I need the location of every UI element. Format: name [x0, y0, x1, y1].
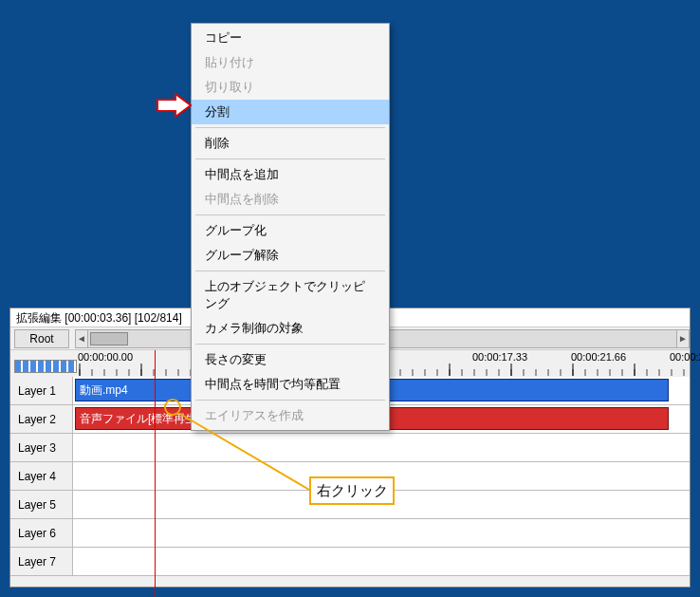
- right-click-callout: 右クリック: [309, 476, 395, 505]
- menu-item[interactable]: グループ化: [192, 218, 389, 243]
- layer-label[interactable]: Layer 7: [10, 548, 73, 575]
- menu-item[interactable]: コピー: [192, 26, 389, 50]
- layer-row: Layer 7: [10, 548, 690, 576]
- menu-item[interactable]: グループ解除: [192, 243, 389, 268]
- menu-item[interactable]: 中間点を時間で均等配置: [192, 372, 389, 397]
- layer-row: Layer 3: [10, 434, 690, 462]
- menu-separator: [195, 127, 385, 128]
- circle-annotation: [164, 399, 181, 416]
- layer-label[interactable]: Layer 1: [10, 377, 73, 404]
- playhead[interactable]: [155, 350, 156, 597]
- layer-label[interactable]: Layer 4: [10, 462, 73, 490]
- menu-item[interactable]: 上のオブジェクトでクリッピング: [192, 274, 389, 316]
- menu-item: 貼り付け: [192, 50, 389, 75]
- ruler-tick-label: 00:00:17.33: [472, 351, 527, 363]
- menu-item: 切り取り: [192, 75, 389, 100]
- menu-separator: [195, 344, 385, 345]
- menu-item: エイリアスを作成: [192, 403, 389, 428]
- layer-track[interactable]: [73, 434, 690, 461]
- menu-item[interactable]: カメラ制御の対象: [192, 316, 389, 341]
- timeline-segment-indicator: [14, 360, 77, 373]
- svg-marker-60: [157, 94, 191, 117]
- menu-item[interactable]: 削除: [192, 131, 389, 156]
- hscroll-left[interactable]: ◄: [75, 329, 88, 348]
- ruler-tick-label: 00:00:21.66: [571, 351, 626, 363]
- layer-row: Layer 6: [10, 519, 690, 548]
- layer-label[interactable]: Layer 2: [10, 405, 73, 433]
- menu-item[interactable]: 長さの変更: [192, 347, 389, 372]
- menu-separator: [195, 271, 385, 271]
- layer-track[interactable]: [73, 548, 690, 575]
- menu-separator: [195, 400, 385, 401]
- menu-item[interactable]: 中間点を追加: [192, 162, 389, 187]
- menu-item[interactable]: 分割: [192, 100, 389, 124]
- context-menu: コピー貼り付け切り取り分割削除中間点を追加中間点を削除グループ化グループ解除上の…: [191, 23, 390, 431]
- menu-separator: [195, 159, 385, 159]
- hscroll-right[interactable]: ►: [676, 329, 690, 348]
- layer-label[interactable]: Layer 5: [10, 491, 73, 518]
- menu-separator: [195, 215, 385, 215]
- arrow-annotation: [157, 93, 193, 118]
- menu-item: 中間点を削除: [192, 187, 389, 212]
- layer-label[interactable]: Layer 3: [10, 434, 73, 461]
- ruler-tick-label: 00:00:26.00: [670, 351, 700, 363]
- layer-label[interactable]: Layer 6: [10, 519, 73, 547]
- root-button[interactable]: Root: [14, 329, 69, 348]
- hscroll-thumb[interactable]: [90, 332, 128, 345]
- ruler-tick-label: 00:00:00.00: [78, 351, 133, 363]
- layer-track[interactable]: [73, 519, 690, 547]
